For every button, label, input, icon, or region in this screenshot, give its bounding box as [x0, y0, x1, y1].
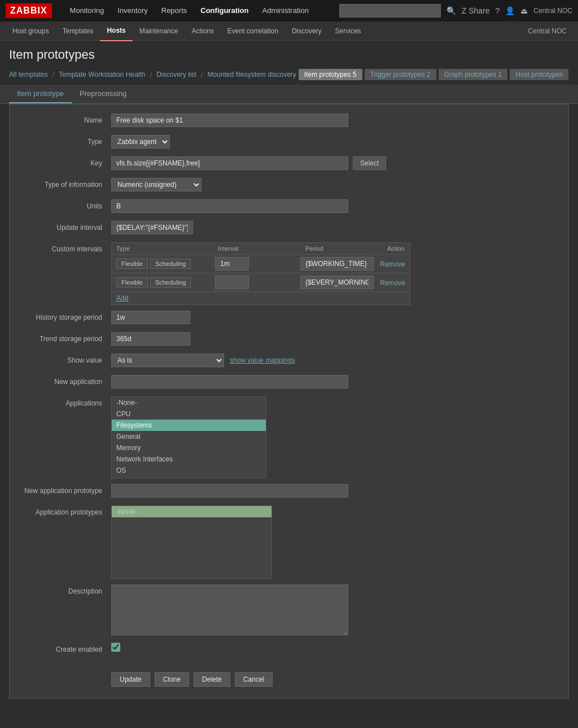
trend-input[interactable]: [111, 332, 190, 346]
interval-input-1[interactable]: [215, 257, 249, 271]
scheduling-btn-2[interactable]: Scheduling: [150, 277, 191, 287]
flexible-btn-2[interactable]: Flexible: [116, 277, 148, 287]
remove-btn-2[interactable]: Remove: [380, 279, 405, 287]
update-interval-control: [111, 221, 557, 234]
name-input[interactable]: [111, 114, 348, 127]
history-label: History storage period: [21, 311, 111, 321]
col-interval-header: Interval: [218, 245, 305, 252]
delete-button[interactable]: Delete: [194, 672, 230, 687]
applications-list[interactable]: -None- CPU Filesystems General Memory Ne…: [111, 396, 266, 478]
type-info-select[interactable]: Numeric (unsigned): [111, 178, 202, 191]
share-icon[interactable]: Z Share: [462, 6, 490, 15]
search-icon[interactable]: 🔍: [446, 6, 456, 15]
type-label: Type: [21, 135, 111, 146]
applications-label: Applications: [21, 396, 111, 407]
new-app-proto-input[interactable]: [111, 484, 348, 498]
interval-value-2: [215, 276, 300, 289]
tab-item-prototypes[interactable]: Item prototypes 5: [299, 69, 362, 80]
period-input-1[interactable]: [300, 257, 374, 271]
nav-monitoring[interactable]: Monitoring: [63, 0, 111, 21]
form-container: Name Type Zabbix agent Key Select Type: [9, 104, 569, 699]
app-protos-list[interactable]: -None-: [111, 505, 272, 579]
add-interval-link[interactable]: Add: [112, 292, 410, 304]
user-location: Central NOC: [533, 7, 572, 15]
nav-administration[interactable]: Administration: [256, 0, 316, 21]
flexible-btn-1[interactable]: Flexible: [116, 259, 148, 269]
tab-host-prototypes[interactable]: Host prototypes: [510, 69, 568, 80]
type-info-row: Type of information Numeric (unsigned): [21, 178, 557, 194]
breadcrumb-sep-3: /: [201, 71, 203, 79]
scheduling-btn-1[interactable]: Scheduling: [150, 259, 191, 269]
logo: ZABBIX: [6, 3, 52, 18]
interval-period-1: [300, 257, 380, 271]
subtab-item-prototype[interactable]: Item prototype: [9, 85, 72, 103]
breadcrumb-template[interactable]: Template Workstation Health: [59, 71, 145, 79]
type-info-label: Type of information: [21, 178, 111, 189]
nav-discovery[interactable]: Discovery: [285, 21, 329, 41]
app-item-memory[interactable]: Memory: [112, 442, 266, 454]
units-input[interactable]: [111, 199, 348, 213]
update-interval-input[interactable]: [111, 221, 193, 234]
show-value-mappings-link[interactable]: show value mappings: [230, 356, 295, 364]
history-control: [111, 311, 557, 324]
tab-trigger-prototypes[interactable]: Trigger prototypes 2: [365, 69, 436, 80]
clone-button[interactable]: Clone: [155, 672, 189, 687]
app-item-cpu[interactable]: CPU: [112, 408, 266, 420]
units-label: Units: [21, 199, 111, 210]
nav-maintenance[interactable]: Maintenance: [133, 21, 185, 41]
nav-inventory[interactable]: Inventory: [111, 0, 154, 21]
new-app-proto-row: New application prototype: [21, 484, 557, 500]
key-input[interactable]: [111, 156, 348, 170]
user-icon[interactable]: 👤: [505, 6, 515, 15]
footer: Zabbix 3.4.0. © 2001–2017, Zabbix SIA: [0, 719, 578, 728]
interval-period-2: [300, 276, 380, 289]
history-input[interactable]: [111, 311, 190, 324]
app-item-filesystems[interactable]: Filesystems: [112, 420, 266, 431]
nav-event-correlation[interactable]: Event correlation: [221, 21, 285, 41]
nav-actions[interactable]: Actions: [185, 21, 220, 41]
app-proto-item-none[interactable]: -None-: [112, 506, 272, 517]
new-app-proto-control: [111, 484, 557, 498]
breadcrumb-all-templates[interactable]: All templates: [9, 71, 48, 79]
select-button[interactable]: Select: [353, 156, 386, 170]
nav-host-groups[interactable]: Host groups: [6, 21, 56, 41]
breadcrumb-discovery-list[interactable]: Discovery list: [156, 71, 196, 79]
nav-configuration[interactable]: Configuration: [194, 0, 255, 21]
period-input-2[interactable]: [300, 276, 374, 289]
nav-hosts[interactable]: Hosts: [100, 21, 132, 41]
create-enabled-checkbox[interactable]: [111, 643, 120, 652]
search-input[interactable]: [339, 4, 441, 18]
units-control: [111, 199, 557, 213]
col-action-header: Action: [387, 245, 405, 252]
show-value-select[interactable]: As is: [111, 354, 224, 367]
new-application-row: New application: [21, 375, 557, 391]
update-button[interactable]: Update: [111, 672, 150, 687]
app-item-general[interactable]: General: [112, 431, 266, 442]
app-item-performance[interactable]: Performance: [112, 476, 266, 478]
show-value-control: As is show value mappings: [111, 354, 557, 367]
tab-graph-prototypes[interactable]: Graph prototypes 1: [439, 69, 508, 80]
type-select[interactable]: Zabbix agent: [111, 135, 170, 149]
description-textarea[interactable]: [111, 585, 348, 635]
nav-templates[interactable]: Templates: [56, 21, 100, 41]
help-icon[interactable]: ?: [496, 6, 500, 15]
interval-value-1: [215, 257, 300, 271]
breadcrumb-mounted-filesystem[interactable]: Mounted filesystem discovery: [207, 71, 296, 79]
intervals-table: Type Interval Period Action Flexible Sch…: [111, 242, 410, 305]
intervals-header: Type Interval Period Action: [112, 243, 410, 255]
remove-btn-1[interactable]: Remove: [380, 260, 405, 268]
nav-services[interactable]: Services: [329, 21, 368, 41]
subtab-preprocessing[interactable]: Preprocessing: [72, 85, 134, 103]
new-application-input[interactable]: [111, 375, 348, 389]
content-area: Name Type Zabbix agent Key Select Type: [0, 104, 578, 708]
power-icon[interactable]: ⏏: [520, 6, 528, 15]
app-item-os[interactable]: OS: [112, 465, 266, 476]
cancel-button[interactable]: Cancel: [235, 672, 273, 687]
app-item-network-interfaces[interactable]: Network Interfaces: [112, 454, 266, 465]
page-title-bar: Item prototypes: [0, 41, 578, 69]
app-protos-row: Application prototypes -None-: [21, 505, 557, 579]
interval-input-2[interactable]: [215, 276, 249, 289]
key-control: Select: [111, 156, 557, 170]
nav-reports[interactable]: Reports: [155, 0, 194, 21]
app-item-none[interactable]: -None-: [112, 397, 266, 408]
